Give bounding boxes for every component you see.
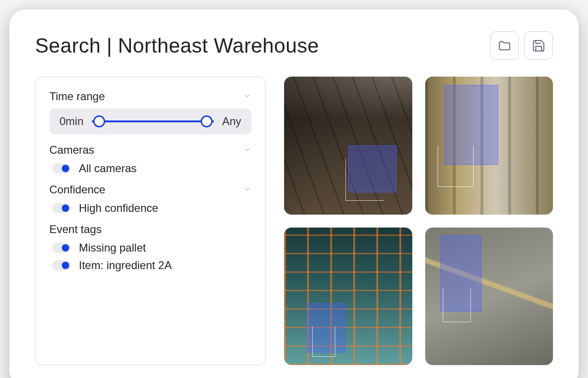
save-button[interactable]	[524, 31, 553, 60]
slider-handle-min[interactable]	[93, 115, 105, 127]
result-thumbnail-3[interactable]	[284, 228, 412, 366]
cameras-label: Cameras	[49, 144, 94, 156]
toggle-all-cameras[interactable]	[52, 163, 71, 174]
event-tags-section[interactable]: Event tags	[49, 223, 251, 236]
event-tags-label: Event tags	[49, 223, 101, 236]
event-tag-missing-pallet: Missing pallet	[52, 241, 251, 254]
toggle-missing-pallet[interactable]	[52, 243, 71, 253]
save-icon	[532, 39, 546, 53]
header-actions	[490, 31, 553, 60]
toggle-high-confidence[interactable]	[52, 203, 71, 213]
results-grid	[284, 77, 553, 365]
time-range-slider[interactable]	[92, 120, 214, 122]
result-thumbnail-2[interactable]	[425, 77, 553, 215]
time-range-label: Time range	[49, 90, 105, 103]
chevron-down-icon	[243, 90, 251, 103]
cameras-item-label: All cameras	[79, 162, 137, 175]
chevron-down-icon	[243, 183, 251, 196]
header: Search | Northeast Warehouse	[35, 31, 553, 60]
confidence-label: Confidence	[49, 183, 105, 196]
filters-panel: Time range 0min Any Cameras	[35, 77, 266, 365]
slider-handle-max[interactable]	[201, 115, 213, 127]
cameras-section[interactable]: Cameras	[49, 144, 251, 156]
chevron-down-icon	[243, 144, 251, 156]
confidence-item-high: High confidence	[52, 202, 251, 215]
folder-button[interactable]	[490, 31, 519, 60]
content: Time range 0min Any Cameras	[35, 77, 553, 365]
confidence-item-label: High confidence	[79, 202, 158, 215]
confidence-section[interactable]: Confidence	[49, 183, 251, 196]
slider-min-label: 0min	[59, 115, 83, 128]
page-title: Search | Northeast Warehouse	[35, 34, 319, 57]
slider-max-label: Any	[222, 115, 241, 128]
event-tag-label: Missing pallet	[79, 241, 146, 254]
cameras-item-all: All cameras	[52, 162, 251, 175]
result-thumbnail-1[interactable]	[284, 77, 412, 215]
time-range-slider-row: 0min Any	[49, 108, 251, 134]
event-tag-label: Item: ingredient 2A	[79, 259, 172, 272]
app-window: Search | Northeast Warehouse Time range	[9, 9, 579, 378]
toggle-ingredient-2a[interactable]	[52, 260, 71, 270]
time-range-section[interactable]: Time range	[49, 90, 251, 103]
result-thumbnail-4[interactable]	[425, 228, 553, 366]
folder-icon	[498, 39, 511, 53]
event-tag-ingredient-2a: Item: ingredient 2A	[52, 259, 251, 272]
